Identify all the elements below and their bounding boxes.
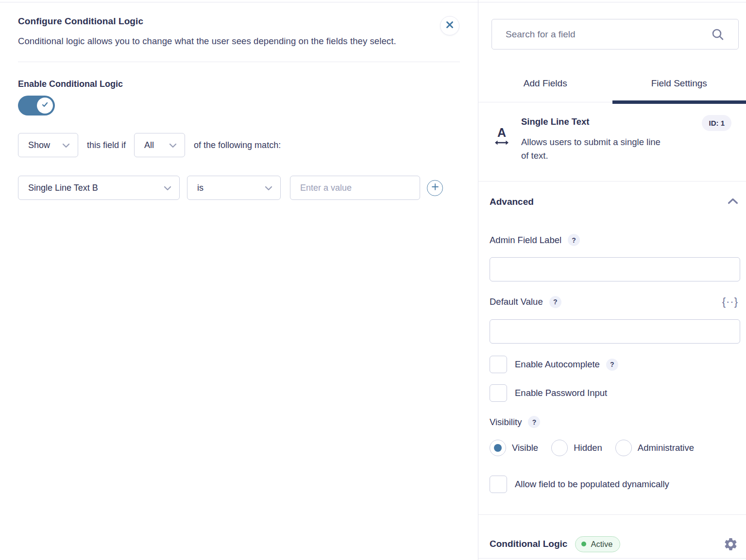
page-top-divider <box>0 2 746 2</box>
visibility-option-hidden[interactable]: Hidden <box>551 440 602 456</box>
field-type-title: Single Line Text <box>521 115 589 127</box>
field-id-badge: ID: 1 <box>702 115 731 131</box>
rule-operator-select[interactable]: is <box>187 176 281 200</box>
visibility-option-administrative[interactable]: Administrative <box>615 440 694 456</box>
conditional-logic-heading: Conditional Logic <box>490 539 567 549</box>
match-type-select[interactable]: All <box>134 133 185 157</box>
merge-tag-icon[interactable]: {··} <box>722 296 738 308</box>
advanced-section: Advanced Admin Field Label ? Default Val… <box>478 197 746 515</box>
enable-password-checkbox[interactable] <box>490 384 507 402</box>
tab-label: Add Fields <box>524 78 567 102</box>
populate-dynamically-label: Allow field to be populated dynamically <box>515 479 669 490</box>
enable-password-row: Enable Password Input <box>490 384 738 402</box>
this-field-if-text: this field if <box>87 140 126 150</box>
toggle-knob <box>37 98 53 114</box>
help-icon[interactable]: ? <box>606 359 618 371</box>
admin-field-label-row: Admin Field Label ? <box>490 234 738 246</box>
field-icon-letter: A <box>492 127 512 139</box>
visibility-options: Visible Hidden Administrative <box>490 440 738 456</box>
enable-autocomplete-checkbox[interactable] <box>490 356 507 373</box>
dialog-title: Configure Conditional Logic <box>18 16 460 27</box>
chevron-down-icon <box>62 140 70 150</box>
default-value-row: Default Value ? {··} <box>490 296 738 308</box>
logic-type-row: Show this field if All of the following … <box>18 133 460 157</box>
single-line-text-icon: A <box>492 127 512 181</box>
close-button[interactable] <box>440 16 459 35</box>
chevron-up-icon <box>728 198 738 206</box>
radio-icon <box>551 440 568 456</box>
default-value-label: Default Value <box>490 296 543 307</box>
field-title-row: Single Line Text ID: 1 <box>521 115 739 131</box>
action-select-value: Show <box>28 140 50 150</box>
conditional-logic-section: Conditional Logic Active <box>478 515 746 559</box>
radio-label: Visible <box>512 443 538 453</box>
enable-conditional-logic-label: Enable Conditional Logic <box>18 79 460 89</box>
gear-icon <box>723 537 738 552</box>
header-divider <box>18 62 460 62</box>
horizontal-arrow-icon <box>494 140 509 146</box>
status-badge-label: Active <box>591 540 612 549</box>
rule-operator-value: is <box>197 183 203 193</box>
chevron-down-icon <box>265 183 272 193</box>
tab-field-settings[interactable]: Field Settings <box>612 70 746 102</box>
condition-rule-row: Single Line Text B is <box>18 176 460 200</box>
chevron-down-icon <box>169 140 177 150</box>
tab-add-fields[interactable]: Add Fields <box>478 70 612 102</box>
rule-field-value: Single Line Text B <box>28 183 98 193</box>
match-select-value: All <box>144 140 154 150</box>
advanced-heading: Advanced <box>490 197 534 207</box>
close-icon <box>445 20 455 32</box>
visibility-option-visible[interactable]: Visible <box>490 440 538 456</box>
search-icon <box>711 27 725 44</box>
help-icon[interactable]: ? <box>568 234 580 246</box>
dialog-header: Configure Conditional Logic Conditional … <box>0 2 478 62</box>
field-info-text: Single Line Text ID: 1 Allows users to s… <box>521 115 739 181</box>
field-search-input[interactable] <box>492 19 739 49</box>
enable-conditional-logic-toggle[interactable] <box>18 96 55 115</box>
field-search <box>492 19 739 49</box>
conditional-logic-status-badge: Active <box>575 536 620 552</box>
dialog-body: Enable Conditional Logic Show this field… <box>0 62 478 200</box>
help-icon[interactable]: ? <box>528 416 540 428</box>
default-value-input[interactable] <box>490 319 740 344</box>
conditional-logic-dialog: Configure Conditional Logic Conditional … <box>0 2 478 560</box>
radio-label: Hidden <box>574 443 602 453</box>
populate-dynamically-row: Allow field to be populated dynamically <box>490 476 738 493</box>
plus-icon <box>431 183 439 193</box>
enable-autocomplete-label: Enable Autocomplete <box>515 359 600 370</box>
radio-label: Administrative <box>638 443 694 453</box>
radio-icon <box>615 440 632 456</box>
radio-selected-icon <box>490 440 506 456</box>
admin-field-label: Admin Field Label <box>490 235 561 246</box>
tab-label: Field Settings <box>651 78 707 102</box>
populate-dynamically-checkbox[interactable] <box>490 476 507 493</box>
advanced-section-header[interactable]: Advanced <box>490 197 738 207</box>
add-rule-button[interactable] <box>427 180 443 196</box>
chevron-down-icon <box>164 183 171 193</box>
tab-active-underline <box>612 100 746 104</box>
action-select[interactable]: Show <box>18 133 78 157</box>
field-settings-panel: Add Fields Field Settings A Single Line … <box>478 0 746 560</box>
enable-password-label: Enable Password Input <box>515 388 607 398</box>
panel-tabs: Add Fields Field Settings <box>478 70 746 102</box>
following-match-text: of the following match: <box>194 140 281 150</box>
field-type-description: Allows users to submit a single line of … <box>521 135 669 163</box>
status-dot-icon <box>581 542 586 546</box>
check-icon <box>40 100 50 111</box>
enable-autocomplete-row: Enable Autocomplete ? <box>490 356 738 373</box>
rule-field-select[interactable]: Single Line Text B <box>18 176 180 200</box>
dialog-description: Conditional logic allows you to change w… <box>18 36 460 47</box>
conditional-logic-settings-button[interactable] <box>723 537 738 552</box>
rule-value-input[interactable] <box>290 176 420 200</box>
help-icon[interactable]: ? <box>549 296 561 308</box>
admin-field-label-input[interactable] <box>490 257 740 281</box>
selected-field-info: A Single Line Text ID: 1 Allows users to… <box>478 102 746 181</box>
visibility-row: Visibility ? <box>490 416 738 428</box>
visibility-label: Visibility <box>490 417 522 428</box>
